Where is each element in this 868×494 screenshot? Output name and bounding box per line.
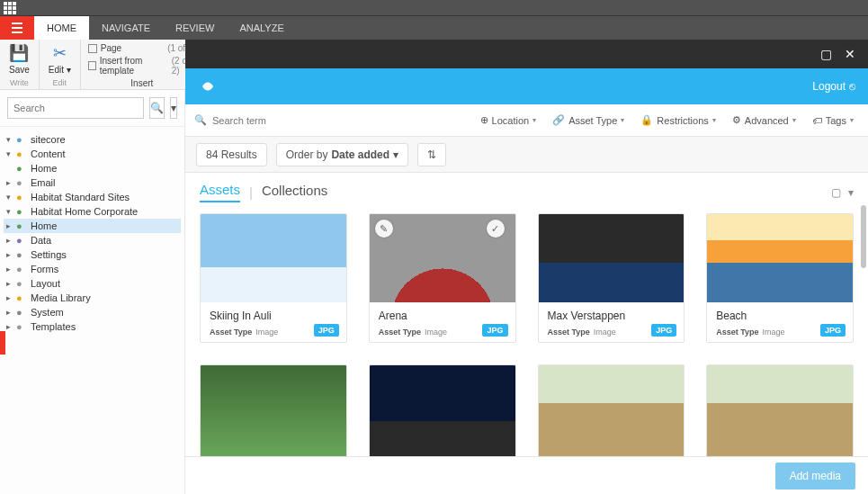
tree-node-settings[interactable]: ▸●Settings — [4, 247, 181, 262]
tree-node-home[interactable]: ●Home — [4, 161, 181, 175]
content-tree-panel: 🔍 ▾ ▾●sitecore▾●Content●Home▸●Email▾●Hab… — [0, 90, 185, 494]
caret-icon: ▾ — [4, 135, 13, 144]
view-tabs: Assets | Collections ▢▾ — [200, 182, 854, 202]
tab-analyze[interactable]: ANALYZE — [227, 16, 296, 40]
filter-advanced[interactable]: ⚙Advanced▾ — [727, 111, 801, 130]
logout-label: Logout — [812, 80, 846, 93]
filter-label: Location — [492, 115, 530, 126]
app-grid-icon[interactable] — [4, 2, 16, 14]
filter-asset-type[interactable]: 🔗Asset Type▾ — [547, 111, 630, 130]
folder-icon: ● — [16, 148, 27, 159]
tree-node-sitecore[interactable]: ▾●sitecore — [4, 132, 181, 147]
format-badge: JPG — [482, 324, 507, 337]
asset-search-input[interactable] — [212, 115, 302, 126]
ribbon-page-row[interactable]: Page(1 of 2) — [88, 43, 196, 53]
asset-card[interactable]: BeachAsset TypeImageJPG — [706, 213, 854, 343]
chevron-down-icon: ▾ — [621, 116, 624, 124]
tree-search-row: 🔍 ▾ — [0, 90, 184, 127]
logout-link[interactable]: Logout ⎋ — [812, 80, 855, 93]
doc-icon: ● — [16, 264, 27, 274]
save-icon[interactable]: 💾 — [9, 43, 29, 63]
tree-node-label: Settings — [31, 249, 67, 260]
tree-node-label: Home — [31, 220, 57, 231]
chevron-down-icon[interactable]: ▾ — [848, 186, 854, 199]
cube-icon: ● — [16, 134, 27, 145]
tree-node-content[interactable]: ▾●Content — [4, 147, 181, 161]
tab-review[interactable]: REVIEW — [163, 16, 227, 40]
tree-node-label: Templates — [31, 321, 76, 332]
caret-icon: ▸ — [4, 293, 13, 302]
tab-collections[interactable]: Collections — [262, 183, 327, 202]
search-button[interactable]: 🔍 — [149, 97, 165, 119]
result-bar: 84 Results Order by Date added ▾ ⇅ — [185, 137, 868, 173]
maximize-icon[interactable]: ▢ — [820, 47, 832, 61]
gear-icon: ● — [16, 307, 27, 318]
db-icon: ● — [16, 235, 27, 246]
asset-thumbnail — [201, 365, 346, 459]
close-icon[interactable]: ✕ — [845, 47, 855, 61]
filter-icon: ⊕ — [480, 114, 488, 126]
asset-search: 🔍 — [194, 114, 320, 126]
tree-node-habitat-standard-sites[interactable]: ▾●Habitat Standard Sites — [4, 190, 181, 204]
caret-icon: ▸ — [4, 322, 13, 331]
page-label: Page — [101, 43, 121, 53]
tree-node-label: Layout — [31, 278, 60, 289]
edit-label[interactable]: Edit ▾ — [49, 65, 71, 75]
tree-node-data[interactable]: ▸●Data — [4, 233, 181, 247]
scrollbar-thumb[interactable] — [861, 205, 866, 268]
order-by-button[interactable]: Order by Date added ▾ — [276, 143, 408, 166]
red-indicator — [0, 331, 5, 355]
filter-label: Tags — [826, 115, 846, 126]
tree-node-layout[interactable]: ▸●Layout — [4, 276, 181, 291]
globe-icon: ● — [16, 220, 27, 231]
asset-card[interactable]: Max VerstappenAsset TypeImageJPG — [538, 213, 685, 343]
tree-node-home[interactable]: ▸●Home — [4, 219, 181, 233]
filter-label: Asset Type — [568, 115, 617, 126]
gear-icon: ● — [16, 249, 27, 260]
tree-node-label: Content — [31, 148, 66, 159]
tree-node-forms[interactable]: ▸●Forms — [4, 262, 181, 276]
edit-icon[interactable]: ✂ — [53, 43, 67, 63]
filter-restrictions[interactable]: 🔒Restrictions▾ — [635, 111, 720, 130]
filter-location[interactable]: ⊕Location▾ — [475, 111, 542, 130]
tree-node-templates[interactable]: ▸●Templates — [4, 319, 181, 334]
search-options-button[interactable]: ▾ — [170, 97, 177, 119]
assets-content: Assets | Collections ▢▾ Skiing In AuliAs… — [185, 173, 868, 494]
tree-node-email[interactable]: ▸●Email — [4, 175, 181, 190]
modal-titlebar: ▢ ✕ — [185, 40, 868, 68]
sort-direction-button[interactable]: ⇅ — [417, 143, 446, 166]
format-badge: JPG — [651, 324, 676, 337]
chevron-down-icon: ▾ — [792, 116, 796, 124]
media-modal-overlay: ▢ ✕ Logout ⎋ 🔍 ⊕Location▾🔗Asset Type▾🔒Re… — [185, 40, 868, 494]
filter-tags[interactable]: 🏷Tags▾ — [807, 111, 859, 130]
check-icon[interactable]: ✓ — [487, 220, 505, 238]
format-badge: JPG — [820, 324, 846, 337]
add-media-button[interactable]: Add media — [775, 463, 855, 490]
filter-icon: 🔒 — [640, 114, 653, 126]
tab-navigate[interactable]: NAVIGATE — [89, 16, 163, 40]
tab-home[interactable]: HOME — [34, 16, 89, 40]
doc-icon: ● — [16, 278, 27, 289]
tree-node-habitat-home-corporate[interactable]: ▾●Habitat Home Corporate — [4, 204, 181, 219]
tab-separator: | — [249, 184, 253, 200]
chevron-down-icon: ▾ — [532, 116, 536, 124]
asset-thumbnail: ✎✓ — [370, 214, 515, 302]
asset-thumbnail — [539, 365, 685, 459]
asset-card[interactable]: ✎✓ArenaAsset TypeImageJPG — [369, 213, 516, 343]
tree-search-input[interactable] — [7, 97, 144, 119]
view-grid-icon[interactable]: ▢ — [831, 186, 841, 199]
filter-label: Advanced — [745, 115, 789, 126]
ribbon-insert-row[interactable]: Insert from template(2 of 2) — [88, 56, 196, 76]
insert-group-label: Insert — [88, 78, 196, 88]
asset-card[interactable]: Skiing In AuliAsset TypeImageJPG — [200, 213, 347, 343]
tree-node-media-library[interactable]: ▸●Media Library — [4, 291, 181, 305]
results-count[interactable]: 84 Results — [196, 143, 267, 166]
caret-icon: ▸ — [4, 279, 13, 288]
tab-assets[interactable]: Assets — [200, 182, 240, 202]
hamburger-button[interactable] — [0, 16, 34, 40]
app-bar — [0, 0, 868, 16]
tree-node-system[interactable]: ▸●System — [4, 305, 181, 319]
save-label[interactable]: Save — [9, 65, 30, 75]
edit-icon[interactable]: ✎ — [375, 220, 393, 238]
checkbox-icon — [88, 44, 97, 53]
